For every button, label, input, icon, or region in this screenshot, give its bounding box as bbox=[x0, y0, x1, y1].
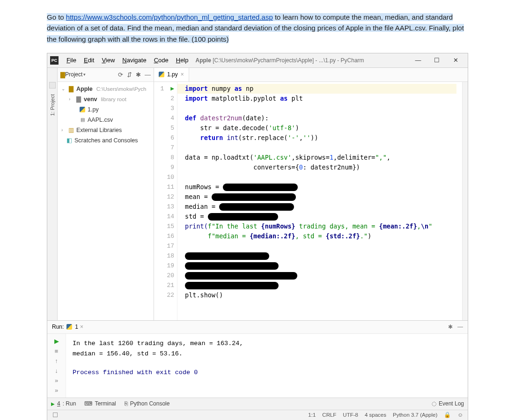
bottom-tool-tabs: ▶4: Run ⌨Terminal ⎘Python Console ◌Event… bbox=[47, 398, 468, 410]
tree-root-path: C:\Users\mokw\Pych bbox=[96, 86, 147, 92]
redacted-content bbox=[212, 193, 296, 201]
close-button[interactable]: ✕ bbox=[449, 57, 462, 64]
scratch-icon: ◧ bbox=[66, 137, 73, 144]
file-encoding[interactable]: UTF-8 bbox=[343, 412, 358, 418]
left-tool-strip: 1: Project bbox=[47, 68, 58, 320]
expand-icon[interactable]: › bbox=[61, 127, 66, 133]
hector-icon[interactable]: ☺ bbox=[457, 412, 463, 418]
window-title: Apple [C:\Users\mokw\PycharmProjects\App… bbox=[195, 57, 412, 64]
editor-area: 1.py × 1 ▶ 2 3 4 5 6 7 8 9 10 11 12 13 1… bbox=[154, 68, 468, 320]
up-icon[interactable]: ↑ bbox=[55, 357, 58, 364]
more-icon[interactable]: » bbox=[55, 387, 58, 394]
project-panel-header: ▇ Project ▾ ⟳ ⇵ ✱ — bbox=[58, 68, 154, 82]
project-dropdown-icon[interactable]: ▾ bbox=[83, 72, 86, 77]
reload-icon[interactable]: ⟳ bbox=[118, 71, 123, 78]
instruction-link[interactable]: https://www.w3schools.com/python/python_… bbox=[66, 13, 273, 21]
expand-icon[interactable]: ⌄ bbox=[61, 86, 66, 91]
exit-line: Process finished with exit code 0 bbox=[73, 368, 461, 378]
redacted-content bbox=[208, 213, 278, 221]
hide-icon[interactable]: — bbox=[145, 71, 151, 78]
minimize-button[interactable]: — bbox=[412, 57, 425, 64]
down-icon[interactable]: ↓ bbox=[55, 367, 58, 374]
tree-external-libs[interactable]: › ▥ External Libraries bbox=[59, 125, 152, 135]
tree-item-label: External Libraries bbox=[76, 127, 122, 133]
lock-icon[interactable]: 🔒 bbox=[444, 412, 451, 418]
tree-file-py[interactable]: 1.py bbox=[59, 104, 152, 115]
run-toolbar: ▶ ■ ↑ ↓ » » bbox=[47, 334, 66, 398]
run-label: Run: bbox=[52, 324, 64, 330]
editor-tab-1py[interactable]: 1.py × bbox=[154, 68, 189, 81]
status-indicator-icon[interactable] bbox=[53, 413, 58, 417]
more-icon[interactable]: » bbox=[55, 377, 58, 384]
tree-item-label: AAPL.csv bbox=[88, 117, 113, 123]
run-tool-tab[interactable]: ▶4: Run bbox=[51, 400, 76, 407]
run-gutter-icon[interactable]: ▶ bbox=[168, 84, 174, 94]
caret-position[interactable]: 1:1 bbox=[308, 412, 316, 418]
menu-help[interactable]: Help bbox=[173, 55, 192, 65]
tree-item-note: library root bbox=[101, 96, 126, 102]
event-log-tab[interactable]: ◌Event Log bbox=[432, 400, 464, 407]
python-console-tab[interactable]: ⎘Python Console bbox=[125, 400, 170, 407]
stop-icon[interactable]: ■ bbox=[55, 347, 59, 354]
menu-code[interactable]: Code bbox=[151, 55, 172, 65]
gear-icon[interactable]: ✱ bbox=[136, 71, 141, 78]
pycharm-logo-icon: PC bbox=[50, 56, 59, 65]
play-icon: ▶ bbox=[51, 401, 55, 406]
project-panel-title: Project bbox=[65, 71, 82, 78]
redacted-content bbox=[185, 282, 279, 289]
tree-root-label: Apple bbox=[76, 86, 93, 92]
editor-scrollbar[interactable] bbox=[462, 82, 468, 320]
redacted-content bbox=[219, 203, 294, 211]
code-editor[interactable]: 1 ▶ 2 3 4 5 6 7 8 9 10 11 12 13 14 15 16… bbox=[154, 82, 468, 320]
library-icon: ▥ bbox=[68, 126, 74, 133]
tree-root[interactable]: ⌄ ▇ Apple C:\Users\mokw\Pych bbox=[59, 84, 152, 94]
folder-strip-icon[interactable] bbox=[49, 82, 56, 88]
run-panel: Run: 1 × ✱ — ▶ ■ ↑ ↓ » » In the last 126… bbox=[47, 320, 468, 398]
terminal-icon: ⌨ bbox=[84, 400, 92, 407]
line-separator[interactable]: CRLF bbox=[322, 412, 336, 418]
csv-file-icon: ▤ bbox=[79, 117, 86, 122]
editor-tab-label: 1.py bbox=[167, 71, 178, 78]
project-path: [C:\Users\mokw\PycharmProjects\Apple] - … bbox=[211, 57, 364, 64]
collapse-icon[interactable]: ⇵ bbox=[127, 71, 132, 78]
console-icon: ⎘ bbox=[125, 400, 128, 407]
line-gutter: 1 ▶ 2 3 4 5 6 7 8 9 10 11 12 13 14 15 16… bbox=[154, 82, 177, 320]
close-run-tab-icon[interactable]: × bbox=[80, 324, 83, 330]
terminal-tool-tab[interactable]: ⌨Terminal bbox=[84, 400, 116, 407]
redacted-content bbox=[185, 252, 269, 260]
indent-setting[interactable]: 4 spaces bbox=[365, 412, 386, 418]
tree-file-csv[interactable]: ▤ AAPL.csv bbox=[59, 115, 152, 125]
close-tab-icon[interactable]: × bbox=[181, 71, 184, 78]
maximize-button[interactable]: ☐ bbox=[430, 57, 443, 64]
python-run-icon bbox=[66, 324, 72, 330]
python-interpreter[interactable]: Python 3.7 (Apple) bbox=[393, 412, 437, 418]
tree-item-label: 1.py bbox=[88, 106, 99, 113]
code-content[interactable]: import numpy as np import matplotlib.pyp… bbox=[177, 82, 462, 320]
run-settings-icon[interactable]: ✱ bbox=[448, 324, 453, 330]
menu-file[interactable]: File bbox=[63, 55, 80, 65]
run-output[interactable]: In the last 1260 trading days, mean = 16… bbox=[66, 334, 468, 398]
expand-icon[interactable]: › bbox=[69, 96, 74, 102]
menu-view[interactable]: View bbox=[98, 55, 118, 65]
status-bar: 1:1 CRLF UTF-8 4 spaces Python 3.7 (Appl… bbox=[47, 410, 468, 420]
folder-small-icon: ▇ bbox=[60, 71, 65, 78]
menu-edit[interactable]: Edit bbox=[81, 55, 97, 65]
project-tool-tab[interactable]: 1: Project bbox=[49, 91, 56, 118]
rerun-icon[interactable]: ▶ bbox=[54, 338, 59, 345]
instruction-pre: Go to bbox=[47, 13, 66, 21]
folder-icon: ▇ bbox=[75, 96, 82, 103]
run-hide-icon[interactable]: — bbox=[457, 324, 463, 330]
redacted-content bbox=[185, 272, 297, 280]
menu-navigate[interactable]: Navigate bbox=[119, 55, 149, 65]
assignment-instruction: Go to https://www.w3schools.com/python/p… bbox=[0, 0, 515, 53]
python-file-icon bbox=[79, 107, 86, 112]
tree-venv[interactable]: › ▇ venv library root bbox=[59, 94, 152, 104]
tree-scratches[interactable]: ◧ Scratches and Consoles bbox=[59, 135, 152, 146]
project-panel: ▇ Project ▾ ⟳ ⇵ ✱ — ⌄ ▇ Apple C:\Users\m… bbox=[58, 68, 154, 320]
editor-tabs: 1.py × bbox=[154, 68, 468, 82]
python-file-icon bbox=[159, 72, 164, 77]
tree-item-label: Scratches and Consoles bbox=[74, 137, 138, 144]
run-tab-name[interactable]: 1 bbox=[75, 324, 78, 330]
titlebar: PC File Edit View Navigate Code Help App… bbox=[47, 53, 468, 67]
run-panel-header: Run: 1 × ✱ — bbox=[47, 321, 468, 334]
